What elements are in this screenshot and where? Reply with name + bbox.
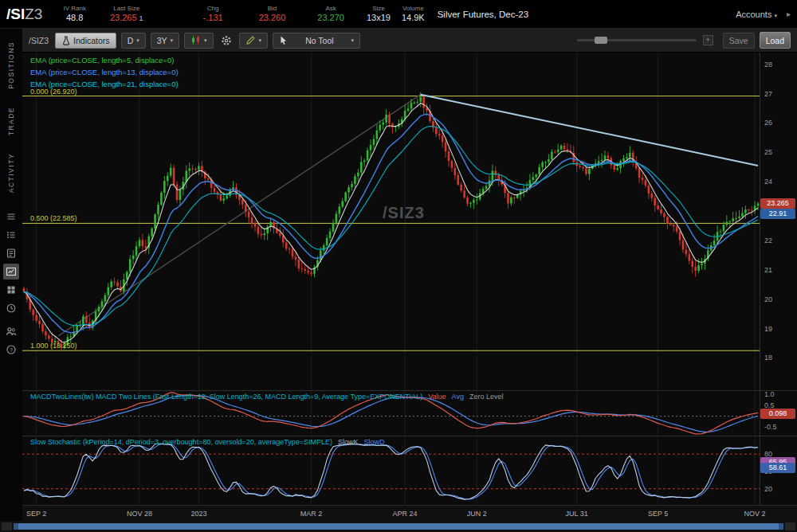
gear-icon	[221, 35, 232, 46]
flask-icon	[61, 36, 70, 45]
price-axis-tick: 25	[764, 148, 772, 156]
watchlist-icon[interactable]	[3, 227, 19, 243]
drawing-tool-dropdown[interactable]: No Tool ▾	[273, 33, 360, 49]
menu-icon[interactable]	[3, 209, 19, 225]
macd-axis-tick: 1.0	[764, 390, 775, 398]
quote-field-chg: Chg -.131	[203, 4, 223, 24]
chart-area: 1819202122232425262728 1.00.50.0-0.5 805…	[22, 53, 797, 521]
stochastic-axis-tick: 80	[764, 450, 772, 458]
scrollbar-right-grip[interactable]	[779, 523, 783, 530]
trading-platform-window: /SIZ3 IV Rank 48.8 Last Size 23.2651 Chg…	[0, 0, 797, 532]
stochastic-axis-tick: 50	[764, 467, 772, 475]
price-axis-tick: 22	[764, 237, 772, 244]
time-axis[interactable]: SEP 2NOV 282023MAR 2APR 24JUN 2JUL 31SEP…	[22, 505, 797, 521]
chevron-down-icon: ▾	[204, 37, 207, 44]
accounts-dropdown[interactable]: Accounts ▾	[736, 10, 777, 19]
aggregation-dropdown[interactable]: D▾	[121, 33, 146, 49]
scrollbar-left-grip[interactable]	[14, 523, 18, 530]
chevron-down-icon: ▾	[171, 37, 174, 44]
chart-symbol-tab[interactable]: /SIZ3	[29, 36, 49, 45]
price-price-axis[interactable]: 1819202122232425262728	[764, 61, 772, 362]
time-axis-label: NOV 2	[744, 510, 766, 518]
time-scrollbar	[0, 521, 797, 532]
price-axis-tick: 26	[764, 119, 772, 127]
quote-field-volume: Volume 14.9K	[402, 4, 425, 24]
candlestick-icon	[190, 35, 201, 45]
macd-axis-tick: 0.5	[764, 401, 775, 409]
quote-header: /SIZ3 IV Rank 48.8 Last Size 23.2651 Chg…	[0, 0, 797, 29]
price-axis-tick: 23	[764, 207, 772, 215]
scrollbar-left-cap[interactable]	[2, 522, 12, 530]
stochastic-panel[interactable]: 805020	[22, 436, 797, 505]
instrument-description: Silver Futures, Dec-23	[438, 10, 528, 19]
chevron-down-icon: ▾	[351, 37, 355, 44]
quote-field-ask: Ask 23.270	[317, 4, 344, 24]
zoom-control: +	[577, 35, 713, 45]
chart-type-dropdown[interactable]: ▾	[184, 33, 214, 49]
price-axis-tick: 18	[764, 354, 772, 362]
macd-price-axis[interactable]: 1.00.50.0-0.5	[764, 390, 777, 431]
time-axis-label: JUL 31	[566, 510, 588, 518]
history-clock-icon[interactable]	[3, 300, 19, 316]
price-axis-tick: 28	[764, 61, 772, 68]
chart-toolbar: /SIZ3 Indicators D▾ 3Y▾ ▾ ▾ No Tool ▾	[22, 29, 797, 53]
left-nav-sidebar: POSITIONS TRADE ACTIVITY ?	[0, 29, 22, 521]
svg-text:?: ?	[10, 346, 13, 354]
load-button[interactable]: Load	[760, 32, 791, 49]
save-button[interactable]: Save	[723, 33, 755, 49]
symbol-logo: /SIZ3	[6, 6, 42, 23]
price-axis-tick: 20	[764, 295, 772, 303]
candles-layer	[23, 92, 760, 350]
symbol-suffix: Z3	[25, 6, 42, 22]
price-axis-tick: 24	[764, 178, 772, 186]
macd-panel[interactable]: 1.00.50.0-0.5	[22, 390, 797, 436]
price-axis-tick: 19	[764, 325, 772, 333]
scrollbar-range-bar[interactable]	[14, 523, 783, 530]
macd-axis-tick: 0.0	[764, 413, 775, 421]
sidebar-tab-positions[interactable]: POSITIONS	[7, 41, 15, 89]
gridlines	[37, 53, 755, 390]
time-axis-label: MAR 2	[300, 510, 323, 518]
time-axis-label: JUN 2	[467, 510, 487, 518]
cursor-icon	[279, 35, 288, 45]
collapse-panel-icon[interactable]: ▸	[787, 10, 791, 18]
price-chart-panel[interactable]: 1819202122232425262728	[22, 53, 797, 390]
time-axis-label: SEP 2	[26, 510, 46, 518]
stochastic-axis-tick: 20	[764, 485, 772, 493]
macd-axis-tick: -0.5	[764, 423, 777, 431]
stochastic-price-axis[interactable]: 805020	[764, 450, 772, 493]
time-axis-label: 2023	[190, 510, 206, 518]
chart-settings-button[interactable]	[218, 33, 234, 49]
chevron-down-icon: ▾	[774, 13, 777, 18]
descending-trendline[interactable]	[421, 95, 758, 166]
community-people-icon[interactable]	[3, 323, 19, 339]
chevron-down-icon: ▾	[259, 37, 262, 44]
time-axis-label: SEP 5	[648, 510, 668, 518]
indicators-button[interactable]: Indicators	[55, 33, 116, 49]
ema-lines	[24, 103, 758, 342]
zoom-slider-handle[interactable]	[595, 37, 607, 44]
fib-retracement-lines[interactable]	[22, 96, 760, 351]
quote-field-iv-rank: IV Rank 48.8	[63, 4, 85, 24]
time-axis-label: NOV 28	[127, 510, 152, 518]
chart-icon[interactable]	[3, 264, 19, 280]
orders-icon[interactable]	[3, 245, 19, 261]
chevron-down-icon: ▾	[136, 37, 139, 44]
sidebar-tab-trade[interactable]: TRADE	[7, 107, 15, 135]
quote-field-bid: Bid 23.260	[259, 4, 286, 24]
time-axis-label: APR 24	[393, 510, 418, 518]
expand-button[interactable]: +	[703, 35, 713, 45]
pencil-icon	[245, 35, 256, 45]
price-axis-tick: 21	[764, 266, 772, 274]
grid-icon[interactable]	[3, 282, 19, 298]
quote-field-last-size: Last Size 23.2651	[110, 4, 143, 24]
symbol-root: /SI	[6, 6, 25, 22]
scrollbar-right-cap[interactable]	[785, 522, 795, 530]
price-axis-tick: 27	[764, 90, 772, 98]
range-dropdown[interactable]: 3Y▾	[151, 33, 179, 49]
zoom-slider[interactable]	[577, 39, 697, 41]
sidebar-tab-activity[interactable]: ACTIVITY	[7, 153, 15, 193]
help-icon[interactable]: ?	[3, 342, 19, 358]
ascending-trendline[interactable]	[58, 95, 421, 336]
drawings-dropdown[interactable]: ▾	[239, 33, 269, 49]
